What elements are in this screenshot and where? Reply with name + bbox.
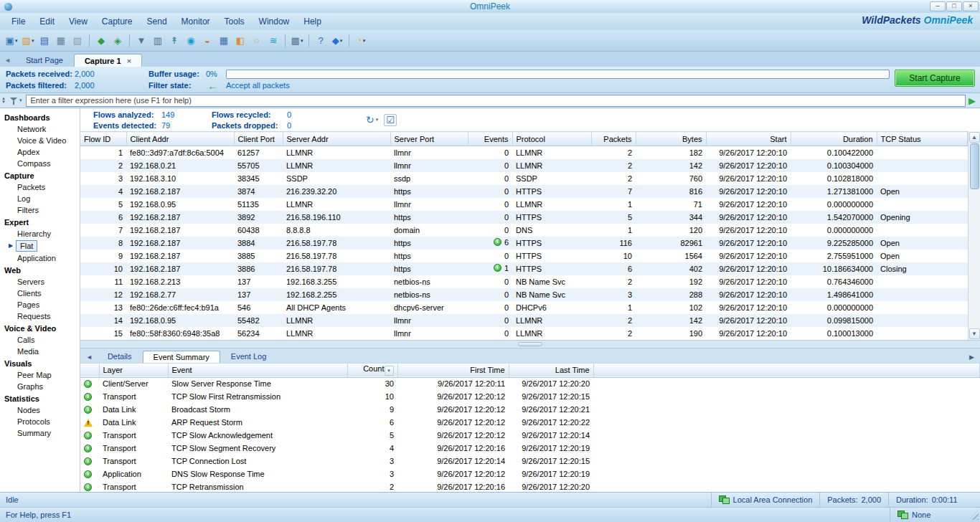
column-header-flow-id[interactable]: Flow ID <box>80 132 126 146</box>
graph-icon[interactable]: ◧ <box>232 33 248 49</box>
expert-settings-icon[interactable]: ☑ <box>384 114 397 126</box>
splitter-handle-icon[interactable] <box>518 342 542 346</box>
event-row[interactable]: TransportTCP Connection Lost39/26/2017 1… <box>80 455 980 468</box>
sidebar-item-compass[interactable]: Compass <box>0 158 80 169</box>
sidebar-item-packets[interactable]: Packets <box>0 181 80 193</box>
flow-row[interactable]: 13fe80::26de:c6ff:fec4:b91a546All DHCP A… <box>80 301 968 314</box>
antenna-icon[interactable]: ↟ <box>166 33 182 49</box>
statistics-table-icon[interactable]: ▦ <box>216 33 232 49</box>
apply-filter-icon[interactable]: ▶ <box>969 95 980 106</box>
scroll-down-icon[interactable]: ▼ <box>969 328 980 339</box>
flow-row[interactable]: 6192.168.2.1873892216.58.196.110https0HT… <box>80 211 968 224</box>
sidebar-item-hierarchy[interactable]: Hierarchy <box>0 228 80 239</box>
menu-window[interactable]: Window <box>252 14 297 29</box>
event-row[interactable]: TransportTCP Slow First Retransmission10… <box>80 390 980 403</box>
sidebar-item-protocols[interactable]: Protocols <box>0 416 80 427</box>
tab-nav-left-icon[interactable]: ◄ <box>1 57 15 67</box>
flow-row[interactable]: 8192.168.2.1873884216.58.197.78https6HTT… <box>80 237 968 250</box>
flow-row[interactable]: 3192.168.3.1038345SSDPssdp0SSDP27609/26/… <box>80 172 968 185</box>
column-header-first-time[interactable]: First Time <box>397 363 509 377</box>
help-icon[interactable]: ? <box>313 33 329 49</box>
globe-icon[interactable]: ◉ <box>183 33 199 49</box>
count-filter-dropdown-icon[interactable]: ▾ <box>385 366 394 376</box>
flow-row[interactable]: 10192.168.2.1873886216.58.197.78https1HT… <box>80 262 968 275</box>
name-table-icon[interactable]: ▥ <box>150 33 166 49</box>
column-header-events[interactable]: Events <box>468 132 512 146</box>
tab-capture-1[interactable]: Capture 1× <box>74 54 142 67</box>
flow-row[interactable]: 4192.168.2.1873874216.239.32.20https0HTT… <box>80 185 968 198</box>
minimize-button[interactable]: – <box>930 1 946 11</box>
column-header-severity[interactable] <box>80 363 99 377</box>
flow-row[interactable]: 12192.168.2.77137192.168.2.255netbios-ns… <box>80 288 968 301</box>
pie-chart-icon[interactable]: ◒ <box>199 33 215 49</box>
event-row[interactable]: Client/ServerSlow Server Response Time30… <box>80 377 980 390</box>
flow-row[interactable]: 7192.168.2.187604388.8.8.8domain0DNS1120… <box>80 224 968 237</box>
column-header-start[interactable]: Start <box>706 132 791 146</box>
sidebar-item-graphs[interactable]: Graphs <box>0 381 80 392</box>
tab-start-page[interactable]: Start Page <box>15 53 74 67</box>
sidebar-item-voice-video[interactable]: Voice & Video <box>0 135 80 146</box>
event-row[interactable]: TransportTCP Slow Segment Recovery49/26/… <box>80 442 980 455</box>
sidebar-item-calls[interactable]: Calls <box>0 334 80 346</box>
sidebar-item-summary[interactable]: Summary <box>0 427 80 439</box>
sidebar-item-peer-map[interactable]: Peer Map <box>0 369 80 381</box>
menu-monitor[interactable]: Monitor <box>174 14 217 29</box>
sidebar-item-servers[interactable]: Servers <box>0 276 80 288</box>
sidebar-item-flat[interactable]: ▶Flat <box>0 239 80 252</box>
filter-funnel-icon[interactable]: ▼ <box>133 33 149 49</box>
menu-capture[interactable]: Capture <box>95 14 140 29</box>
sidebar-item-application[interactable]: Application <box>0 252 80 264</box>
security-icon[interactable]: ◆▾ <box>329 33 345 49</box>
column-header-protocol[interactable]: Protocol <box>512 132 591 146</box>
filter-funnel-button[interactable]: ▾ <box>7 97 25 105</box>
column-header-event[interactable]: Event <box>168 363 347 377</box>
column-header-server-port[interactable]: Server Port <box>390 132 468 146</box>
tab-close-icon[interactable]: × <box>127 57 131 65</box>
flow-row[interactable]: 14192.168.0.9555482LLMNRllmnr0LLMNR21429… <box>80 314 968 327</box>
sidebar-item-filters[interactable]: Filters <box>0 204 80 216</box>
wireless-signal-icon[interactable]: ≋ <box>265 33 281 49</box>
flow-row[interactable]: 2192.168.0.2155705LLMNRllmnr0LLMNR21429/… <box>80 159 968 172</box>
sidebar-item-log[interactable]: Log <box>0 193 80 204</box>
adapter-segment[interactable]: Local Area Connection <box>711 493 820 507</box>
event-row[interactable]: TransportTCP Retransmission29/26/2017 12… <box>80 480 980 492</box>
column-header-duration[interactable]: Duration <box>791 132 877 146</box>
flow-row[interactable]: 1fe80::3d97:a7df:8c6a:500461257LLMNRllmn… <box>80 146 968 159</box>
column-header-client-addr[interactable]: Client Addr <box>126 132 234 146</box>
sidebar-item-clients[interactable]: Clients <box>0 288 80 299</box>
scroll-up-icon[interactable]: ▲ <box>969 132 980 143</box>
inject-packets-icon[interactable]: ◈ <box>110 33 126 49</box>
vertical-scrollbar[interactable]: ▲ ▼ <box>968 131 980 340</box>
bottom-tab-nav-right-icon[interactable]: ▶ <box>963 353 980 363</box>
column-header-bytes[interactable]: Bytes <box>636 132 706 146</box>
sidebar-item-apdex[interactable]: Apdex <box>0 146 80 158</box>
flow-row[interactable]: 5192.168.0.9551135LLMNRllmnr0LLMNR1719/2… <box>80 198 968 211</box>
event-row[interactable]: Data LinkBroadcast Storm99/26/2017 12:20… <box>80 403 980 416</box>
flow-row[interactable]: 11192.168.2.213137192.168.3.255netbios-n… <box>80 275 968 288</box>
sidebar-item-media[interactable]: Media <box>0 346 80 357</box>
tab-details[interactable]: Details <box>97 350 143 363</box>
close-button[interactable]: × <box>963 1 979 11</box>
resize-grip-icon[interactable] <box>969 510 979 520</box>
flow-row[interactable]: 15fe80::58f:8360:6948:35a856234LLMNRllmn… <box>80 327 968 340</box>
column-header-last-time[interactable]: Last Time <box>509 363 593 377</box>
refresh-button[interactable]: ↻▾ <box>366 114 378 125</box>
sidebar-item-network[interactable]: Network <box>0 123 80 135</box>
event-row[interactable]: ApplicationDNS Slow Response Time39/26/2… <box>80 468 980 480</box>
menu-tools[interactable]: Tools <box>217 14 252 29</box>
column-header-packets[interactable]: Packets <box>591 132 636 146</box>
menu-edit[interactable]: Edit <box>32 14 62 29</box>
event-row[interactable]: Data LinkARP Request Storm69/26/2017 12:… <box>80 416 980 429</box>
print-icon[interactable]: ▦ <box>53 33 69 49</box>
save-icon[interactable]: ▤ <box>37 33 52 49</box>
maximize-button[interactable]: □ <box>946 1 962 11</box>
column-header-layer[interactable]: Layer <box>99 363 168 377</box>
start-capture-button[interactable]: Start Capture <box>895 70 975 87</box>
bulb-icon[interactable]: ○ <box>249 33 265 49</box>
calculator-icon[interactable]: ▩▾ <box>289 33 305 49</box>
menu-send[interactable]: Send <box>140 14 174 29</box>
sidebar-item-requests[interactable]: Requests <box>0 310 80 322</box>
tab-event-summary[interactable]: Event Summary <box>143 351 220 363</box>
scroll-thumb[interactable] <box>970 143 979 189</box>
column-header-client-port[interactable]: Client Port <box>234 132 283 146</box>
